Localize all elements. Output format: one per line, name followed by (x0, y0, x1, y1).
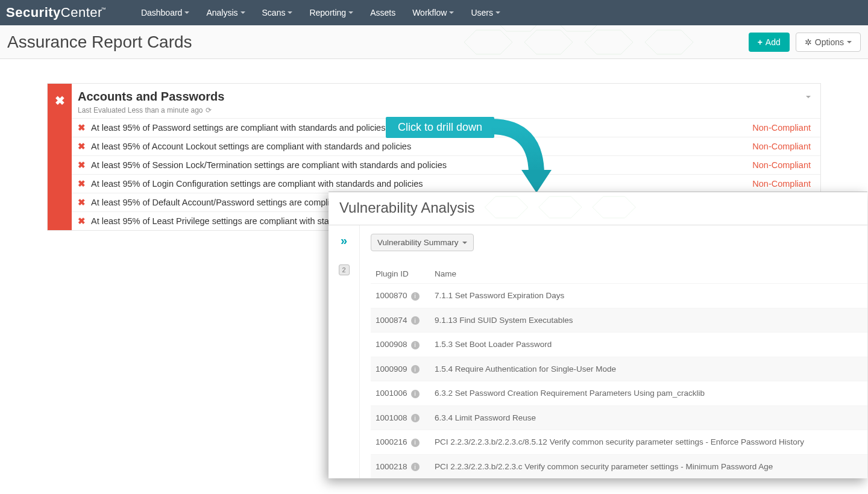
expand-icon[interactable]: » (341, 234, 347, 248)
x-icon: ✖ (78, 142, 91, 151)
x-icon: ✖ (78, 123, 91, 133)
info-icon[interactable]: i (411, 463, 420, 471)
compliance-row[interactable]: ✖At least 95% of Login Configuration set… (72, 174, 820, 193)
nav-users[interactable]: Users (462, 8, 509, 17)
chevron-down-icon (288, 11, 292, 14)
chevron-down-icon (449, 11, 454, 14)
chevron-down-icon (241, 11, 245, 14)
callout-tooltip: Click to drill down (386, 117, 494, 138)
brand-left: Security (6, 5, 61, 20)
cell-name: PCI 2.2.3/2.2.3.b/2.2.3.c Verify common … (435, 462, 863, 471)
add-button[interactable]: + Add (749, 33, 790, 52)
status-badge: Non-Compliant (752, 123, 811, 133)
nav-assets[interactable]: Assets (362, 8, 404, 17)
cell-plugin-id: 1000216i (376, 437, 435, 447)
chevron-down-icon (495, 11, 500, 14)
table-row[interactable]: 1000909i1.5.4 Require Authentication for… (371, 357, 867, 381)
nav-dashboard[interactable]: Dashboard (133, 8, 198, 17)
nav-label: Workflow (412, 8, 447, 17)
status-badge: Non-Compliant (752, 142, 811, 151)
page-title: Assurance Report Cards (7, 33, 192, 52)
brand-logo: SecurityCenter™ (6, 5, 102, 20)
cell-plugin-id: 1000870i (376, 291, 435, 301)
nav-label: Users (471, 8, 493, 17)
card-menu-toggle[interactable] (806, 90, 811, 101)
refresh-icon[interactable]: ⟳ (206, 106, 212, 114)
row-text: At least 95% of Account Lockout settings… (91, 142, 411, 151)
info-icon[interactable]: i (411, 390, 420, 398)
nav-label: Analysis (206, 8, 237, 17)
info-icon[interactable]: i (411, 414, 420, 422)
card-subtitle: Last Evaluated Less than a minute ago (78, 106, 203, 114)
col-plugin-id[interactable]: Plugin ID (376, 269, 435, 278)
dropdown-label: Vulnerability Summary (377, 238, 459, 247)
cell-plugin-id: 1001008i (376, 413, 435, 423)
status-badge: Non-Compliant (752, 160, 811, 170)
card-status-indicator: ✖ (48, 84, 72, 230)
row-text: At least 95% of Login Configuration sett… (91, 179, 423, 189)
nav-scans[interactable]: Scans (254, 8, 301, 17)
cell-plugin-id: 1000909i (376, 364, 435, 374)
info-icon[interactable]: i (411, 439, 420, 447)
nav-label: Reporting (309, 8, 346, 17)
nav-workflow[interactable]: Workflow (404, 8, 462, 17)
table-row[interactable]: 1000874i9.1.13 Find SUID System Executab… (371, 308, 867, 333)
options-label: Options (815, 37, 844, 47)
table-row[interactable]: 1000216iPCI 2.2.3/2.2.3.b/2.2.3.c/8.5.12… (371, 430, 867, 454)
cell-name: 1.5.3 Set Boot Loader Password (435, 340, 863, 349)
col-name[interactable]: Name (435, 269, 863, 278)
filter-count-badge[interactable]: 2 (339, 264, 350, 275)
compliance-row[interactable]: ✖At least 95% of Session Lock/Terminatio… (72, 155, 820, 174)
chevron-down-icon (806, 96, 811, 98)
add-label: Add (766, 37, 781, 47)
panel-title: Vulnerability Analysis (339, 199, 857, 216)
cell-name: PCI 2.2.3/2.2.3.b/2.2.3.c/8.5.12 Verify … (435, 437, 863, 446)
cell-plugin-id: 1000908i (376, 340, 435, 349)
table-row[interactable]: 1000218iPCI 2.2.3/2.2.3.b/2.2.3.c Verify… (371, 454, 867, 479)
cell-name: 7.1.1 Set Password Expiration Days (435, 291, 863, 300)
row-text: At least 95% of Password settings are co… (91, 123, 385, 133)
info-icon[interactable]: i (411, 292, 420, 301)
table-row[interactable]: 1000870i7.1.1 Set Password Expiration Da… (371, 283, 867, 308)
chevron-down-icon (462, 242, 467, 244)
cell-name: 6.3.4 Limit Password Reuse (435, 413, 863, 422)
cell-name: 9.1.13 Find SUID System Executables (435, 316, 863, 325)
compliance-row[interactable]: ✖At least 95% of Account Lockout setting… (72, 137, 820, 155)
x-icon: ✖ (55, 93, 65, 230)
gear-icon: ✲ (805, 37, 812, 47)
nav-analysis[interactable]: Analysis (198, 8, 253, 17)
card-title: Accounts and Passwords (78, 90, 224, 104)
table-row[interactable]: 1001008i6.3.4 Limit Password Reuse (371, 405, 867, 430)
table-header: Plugin ID Name (371, 264, 867, 283)
cell-plugin-id: 1001006i (376, 389, 435, 398)
cell-name: 6.3.2 Set Password Creation Requirement … (435, 389, 863, 398)
x-icon: ✖ (78, 160, 91, 170)
chevron-down-icon (847, 41, 852, 43)
cell-name: 1.5.4 Require Authentication for Single-… (435, 364, 863, 374)
view-dropdown[interactable]: Vulnerability Summary (371, 234, 474, 251)
info-icon[interactable]: i (411, 365, 420, 374)
cell-plugin-id: 1000218i (376, 462, 435, 472)
chevron-down-icon (348, 11, 353, 14)
cell-plugin-id: 1000874i (376, 316, 435, 325)
brand-right: Center (61, 5, 102, 20)
status-badge: Non-Compliant (752, 179, 811, 189)
info-icon[interactable]: i (411, 341, 420, 349)
x-icon: ✖ (78, 198, 91, 207)
chevron-down-icon (184, 11, 189, 14)
drilldown-panel: Vulnerability Analysis » 2 Vulnerability… (329, 192, 867, 478)
nav-label: Assets (370, 8, 395, 17)
sub-header: Assurance Report Cards + Add ✲ Options (0, 25, 868, 59)
row-text: At least 95% of Session Lock/Termination… (91, 160, 447, 170)
x-icon: ✖ (78, 179, 91, 189)
plus-icon: + (758, 37, 763, 47)
nav-label: Scans (262, 8, 286, 17)
options-button[interactable]: ✲ Options (796, 33, 861, 52)
info-icon[interactable]: i (411, 316, 420, 325)
nav-reporting[interactable]: Reporting (301, 8, 362, 17)
table-row[interactable]: 1000908i1.5.3 Set Boot Loader Password (371, 332, 867, 357)
x-icon: ✖ (78, 216, 91, 226)
top-nav: SecurityCenter™ DashboardAnalysisScansRe… (0, 0, 868, 25)
nav-label: Dashboard (141, 8, 183, 17)
table-row[interactable]: 1001006i6.3.2 Set Password Creation Requ… (371, 381, 867, 405)
